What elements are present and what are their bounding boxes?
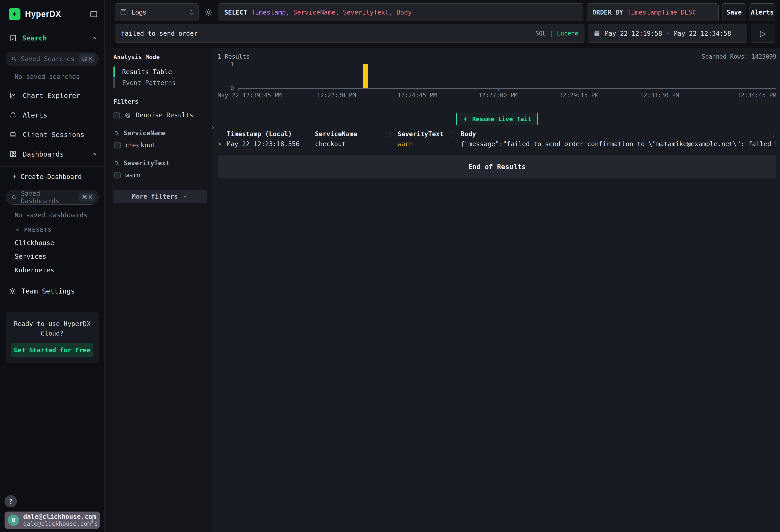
resume-live-tail-button[interactable]: Resume Live Tail [456, 113, 538, 125]
run-query-button[interactable]: ▷ [751, 24, 775, 43]
user-menu[interactable]: D dale@clickhouse.com dale@clickhouse.co… [5, 512, 100, 529]
sidebar-item-client-sessions[interactable]: Client Sessions [9, 130, 98, 139]
results-histogram: 1 0 May 22 12:19:45 PM 12:22:30 PM 12:24… [217, 64, 776, 101]
search-query-input[interactable]: failed to send order SQL | Lucene [115, 24, 584, 43]
column-header-body[interactable]: Body [461, 130, 770, 138]
get-started-button[interactable]: Get Started for Free [11, 343, 93, 357]
filter-group-header[interactable]: ServiceName [113, 129, 207, 137]
denoise-results-option[interactable]: Denoise Results [113, 111, 207, 119]
calendar-icon [593, 30, 600, 37]
order-by-value: TimestampTime DESC [627, 9, 696, 16]
bolt-icon [462, 116, 469, 122]
user-email: dale@clickhouse.com [23, 513, 85, 520]
no-saved-searches-text: No saved searches [14, 73, 104, 81]
alerts-button[interactable]: Alerts [749, 3, 775, 21]
time-range-value: May 22 12:19:58 - May 22 12:34:58 [605, 30, 731, 37]
sidebar-collapse-icon[interactable] [89, 10, 98, 18]
query-field: ServiceName [293, 9, 335, 16]
layout-dashboard-icon [9, 150, 17, 158]
source-settings-gear-icon[interactable] [202, 6, 215, 19]
y-axis-tick: 1 [230, 61, 234, 68]
sidebar-item-label: Search [22, 34, 47, 42]
filter-group-header[interactable]: SeverityText [113, 159, 207, 167]
hyperdx-logo-icon [9, 8, 20, 20]
chevron-down-icon [182, 193, 188, 200]
help-button[interactable]: ? [5, 495, 17, 507]
end-of-results-banner: End of Results [217, 155, 776, 178]
preset-item-kubernetes[interactable]: Kubernetes [14, 266, 104, 274]
filter-option-checkout[interactable]: checkout [114, 141, 207, 149]
preset-item-clickhouse[interactable]: Clickhouse [14, 239, 104, 247]
sql-toggle[interactable]: SQL [535, 30, 546, 37]
promo-text-line1: Ready to use HyperDX [11, 319, 93, 329]
more-filters-button[interactable]: More filters [113, 190, 207, 203]
column-resize-handle[interactable]: ⋮ [450, 131, 456, 137]
laptop-icon [9, 131, 17, 139]
sidebar-item-label: Alerts [23, 111, 47, 119]
filter-group-servicename: ServiceName checkout [113, 129, 207, 149]
select-columns-input[interactable]: SELECT Timestamp, ServiceName, SeverityT… [218, 3, 583, 21]
mode-event-patterns[interactable]: Event Patterns [113, 77, 207, 88]
search-query-value: failed to send order [121, 30, 198, 37]
presets-label: PRESETS [24, 227, 52, 233]
scanned-rows: Scanned Rows: 1423099 [701, 53, 776, 60]
query-field: Timestamp [251, 9, 286, 16]
x-axis-tick: 12:34:45 PM [737, 92, 776, 99]
lucene-toggle[interactable]: Lucene [557, 30, 578, 37]
column-header-severitytext[interactable]: SeverityText [397, 130, 450, 138]
source-select[interactable]: Logs [115, 3, 199, 21]
filter-checkbox[interactable] [114, 142, 121, 148]
sidebar-item-alerts[interactable]: Alerts [9, 110, 98, 119]
expand-row-icon[interactable]: > [217, 141, 227, 147]
cell-servicename: checkout [315, 140, 387, 148]
analysis-mode-heading: Analysis Mode [113, 54, 207, 60]
save-button[interactable]: Save [722, 3, 746, 21]
sidebar-item-search[interactable]: Search [9, 34, 98, 42]
filters-heading: Filters [113, 98, 207, 105]
preset-item-services[interactable]: Services [14, 253, 104, 260]
gear-icon [9, 287, 16, 295]
x-axis-tick: 12:31:30 PM [640, 92, 679, 99]
column-resize-handle[interactable]: ⋮ [304, 131, 310, 137]
shortcut-badge: ⌘ K [79, 54, 95, 63]
results-area: 1 Results Scanned Rows: 1423099 1 0 May … [214, 48, 780, 532]
histogram-bar[interactable] [363, 64, 368, 88]
saved-dashboards-input[interactable]: Saved Dashboards ⌘ K [6, 190, 99, 205]
column-header-servicename[interactable]: ServiceName [315, 130, 387, 138]
query-field: Body [396, 9, 411, 16]
table-row[interactable]: > May 22 12:23:18.356 PM ⋮ checkout ⋮ wa… [217, 139, 776, 149]
sidebar-item-label: Dashboards [23, 150, 64, 158]
filter-group-severitytext: SeverityText warn [113, 159, 207, 179]
promo-text-line2: Cloud? [11, 329, 93, 338]
select-keyword: SELECT [224, 9, 247, 16]
toggle-divider: | [550, 30, 553, 37]
filter-checkbox[interactable] [114, 172, 121, 179]
inactive-indicator [113, 77, 115, 88]
x-axis-tick: 12:22:30 PM [317, 92, 356, 99]
presets-toggle[interactable]: PRESETS [14, 227, 104, 233]
mode-results-table[interactable]: Results Table [113, 66, 207, 77]
filters-panel: Analysis Mode Results Table Event Patter… [105, 48, 214, 532]
user-subtitle: dale@clickhouse.com's [23, 520, 85, 527]
table-options-menu-icon[interactable]: ⋮ [770, 130, 776, 138]
column-header-timestamp[interactable]: Timestamp (Local) [227, 130, 304, 138]
cell-severitytext: warn [397, 140, 450, 148]
search-icon [113, 130, 120, 136]
create-dashboard-button[interactable]: + Create Dashboard [13, 173, 104, 181]
x-axis-tick: 12:24:45 PM [397, 92, 437, 99]
query-field: SeverityText [343, 9, 389, 16]
denoise-checkbox[interactable] [113, 112, 120, 118]
sidebar-item-team-settings[interactable]: Team Settings [9, 287, 98, 295]
column-resize-handle[interactable]: ⋮ [387, 131, 392, 137]
sidebar-item-chart-explorer[interactable]: Chart Explorer [9, 91, 98, 100]
x-axis-tick: 12:27:00 PM [479, 92, 518, 99]
sidebar-item-dashboards[interactable]: Dashboards [9, 150, 98, 159]
time-range-picker[interactable]: May 22 12:19:58 - May 22 12:34:58 [588, 24, 747, 43]
filter-option-warn[interactable]: warn [114, 172, 207, 179]
order-by-input[interactable]: ORDER BY TimestampTime DESC [587, 3, 719, 21]
chevron-up-icon [91, 151, 98, 157]
saved-searches-input[interactable]: Saved Searches ⌘ K [6, 52, 99, 66]
cell-timestamp: May 22 12:23:18.356 PM [227, 140, 304, 148]
database-icon [119, 8, 127, 16]
source-select-value: Logs [132, 8, 146, 16]
